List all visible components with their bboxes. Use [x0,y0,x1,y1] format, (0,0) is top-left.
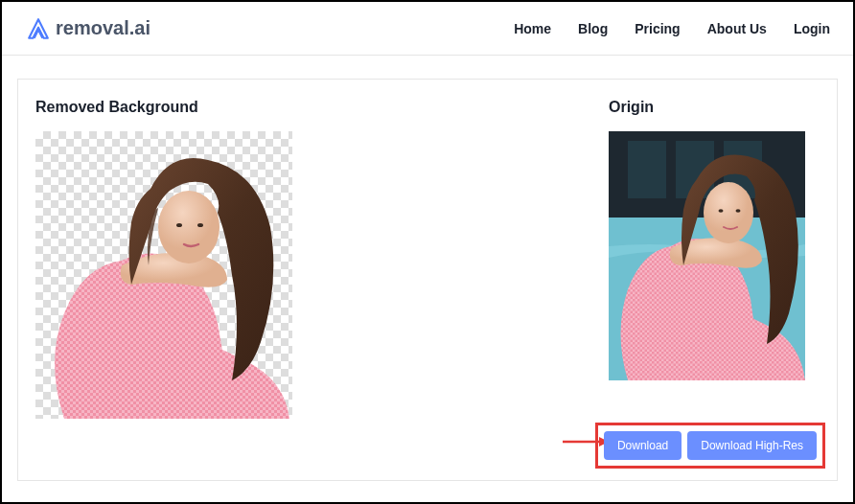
download-button[interactable]: Download [604,431,682,460]
svg-point-14 [704,182,753,243]
origin-title: Origin [609,99,820,116]
highlight-box: Download Download High-Res [595,423,825,469]
nav-home[interactable]: Home [514,21,551,36]
nav-login[interactable]: Login [794,21,830,36]
logo-icon [25,15,52,42]
removed-background-panel: Removed Background [35,99,361,461]
origin-panel: Origin [609,99,820,461]
download-hires-button[interactable]: Download High-Res [687,431,817,460]
origin-image [609,131,805,380]
subject-cutout [35,131,292,419]
svg-point-5 [197,223,203,227]
content-card: Removed Background [17,79,838,481]
logo-text: removal.ai [56,17,150,39]
svg-rect-10 [628,141,666,198]
svg-point-16 [736,209,741,213]
svg-point-3 [158,191,220,263]
header: removal.ai Home Blog Pricing About Us Lo… [2,2,853,56]
nav: Home Blog Pricing About Us Login [514,21,830,36]
removed-background-image [35,131,292,419]
nav-pricing[interactable]: Pricing [635,21,680,36]
logo[interactable]: removal.ai [25,15,150,42]
main: Removed Background [2,56,853,504]
nav-about[interactable]: About Us [707,21,767,36]
subject-original [609,131,805,380]
svg-point-4 [176,223,182,227]
removed-background-title: Removed Background [35,99,361,116]
svg-point-15 [719,209,724,213]
nav-blog[interactable]: Blog [578,21,608,36]
